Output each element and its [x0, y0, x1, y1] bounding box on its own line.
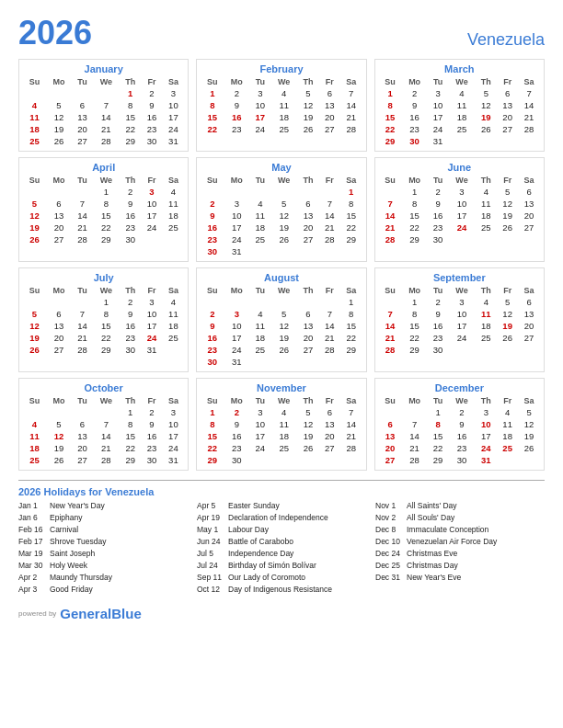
calendar-day — [379, 296, 402, 308]
month-table: SuMoTuWeThFrSa12345678910111213141516171… — [379, 395, 540, 466]
calendar-day — [72, 406, 93, 418]
day-header: Th — [475, 395, 497, 406]
calendar-day: 5 — [46, 99, 72, 111]
calendar-day: 25 — [23, 135, 46, 147]
calendar-day: 15 — [120, 430, 142, 442]
holiday-date: Dec 10 — [375, 537, 403, 547]
calendar-day: 16 — [142, 430, 163, 442]
calendar-day: 17 — [224, 332, 249, 344]
calendar-day: 13 — [72, 430, 93, 442]
day-header: Su — [23, 395, 46, 406]
calendar-day: 6 — [72, 99, 93, 111]
calendar-day: 13 — [297, 210, 319, 222]
list-item: Nov 2All Souls' Day — [375, 513, 545, 523]
day-header: Tu — [72, 76, 93, 87]
calendar-day: 7 — [340, 406, 362, 418]
calendar-day: 7 — [319, 308, 340, 320]
calendar-day: 15 — [340, 320, 362, 332]
day-header: Fr — [142, 395, 163, 406]
calendar-day — [379, 406, 402, 418]
calendar-day: 12 — [46, 430, 72, 442]
calendar-day: 6 — [297, 198, 319, 210]
calendar-day: 28 — [93, 454, 120, 466]
holiday-date: Jan 1 — [18, 501, 46, 511]
calendar-day: 4 — [162, 186, 184, 198]
calendar-day — [93, 406, 120, 418]
calendar-day: 8 — [201, 99, 224, 111]
list-item: Feb 16Carnival — [18, 525, 188, 535]
calendar-day: 28 — [72, 344, 93, 356]
holiday-name: Birthday of Simón Bolívar — [228, 561, 316, 571]
calendar-day: 26 — [23, 344, 46, 356]
calendar-day: 17 — [249, 430, 270, 442]
holiday-name: Battle of Carabobo — [228, 537, 293, 547]
calendar-day: 1 — [120, 87, 142, 99]
calendar-day: 29 — [340, 233, 362, 245]
calendar-day — [297, 296, 319, 308]
month-name: March — [379, 63, 540, 74]
holiday-date: Apr 5 — [197, 501, 224, 511]
calendar-day: 23 — [428, 332, 449, 344]
month-table: SuMoTuWeThFrSa12345678910111213141516171… — [201, 175, 362, 257]
calendar-day: 19 — [23, 222, 46, 233]
calendar-day — [201, 186, 224, 198]
day-header: We — [449, 285, 476, 296]
calendar-day — [449, 344, 476, 356]
day-header: We — [449, 395, 476, 406]
calendar-day: 20 — [518, 320, 540, 332]
day-header: Fr — [142, 76, 163, 87]
holiday-date: Oct 12 — [197, 585, 224, 595]
calendar-day: 31 — [428, 135, 449, 147]
calendar-day: 22 — [428, 442, 449, 454]
calendar-day: 15 — [120, 111, 142, 123]
calendar-day: 15 — [402, 210, 428, 222]
month-block-july: JulySuMoTuWeThFrSa1234567891011121314151… — [18, 267, 189, 372]
calendar-day: 2 — [120, 186, 142, 198]
month-table: SuMoTuWeThFrSa12345678910111213141516171… — [23, 76, 184, 147]
calendar-day: 28 — [72, 233, 93, 245]
calendar-day: 2 — [201, 198, 224, 210]
calendar-day: 14 — [379, 210, 402, 222]
holiday-date: Jul 24 — [197, 561, 224, 571]
calendar-day: 24 — [449, 332, 476, 344]
calendar-day: 22 — [379, 123, 402, 135]
day-header: We — [93, 175, 120, 186]
calendar-day: 1 — [402, 186, 428, 198]
calendar-day: 20 — [319, 430, 340, 442]
calendar-day: 18 — [449, 111, 476, 123]
day-header: Fr — [497, 76, 518, 87]
calendar-day: 26 — [297, 442, 319, 454]
calendar-day: 21 — [319, 222, 340, 233]
day-header: Sa — [162, 285, 184, 296]
calendar-day: 17 — [449, 210, 476, 222]
list-item: Oct 12Day of Indigenous Resistance — [197, 585, 366, 595]
day-header: Tu — [249, 395, 270, 406]
day-header: Su — [379, 76, 402, 87]
calendar-day — [23, 296, 46, 308]
day-header: Sa — [340, 395, 362, 406]
brand-general: General — [60, 606, 111, 621]
calendar-day — [497, 135, 518, 147]
calendar-day: 16 — [402, 111, 428, 123]
day-header: Su — [23, 285, 46, 296]
calendar-day: 15 — [428, 430, 449, 442]
calendar-day: 22 — [120, 123, 142, 135]
calendar-day — [475, 135, 497, 147]
calendar-day: 24 — [142, 332, 163, 344]
calendar-day: 20 — [297, 222, 319, 233]
calendar-day: 29 — [340, 344, 362, 356]
day-header: Tu — [249, 285, 270, 296]
calendar-day — [46, 296, 72, 308]
calendar-day: 27 — [46, 233, 72, 245]
calendar-day: 25 — [249, 233, 270, 245]
calendar-day: 27 — [379, 454, 402, 466]
calendar-day: 20 — [297, 332, 319, 344]
calendar-day — [72, 296, 93, 308]
day-header: Mo — [402, 395, 428, 406]
calendar-day — [475, 233, 497, 245]
calendar-day — [297, 454, 319, 466]
calendar-day — [319, 454, 340, 466]
calendar-day: 23 — [201, 233, 224, 245]
calendar-day — [23, 87, 46, 99]
year-title: 2026 — [18, 17, 92, 50]
